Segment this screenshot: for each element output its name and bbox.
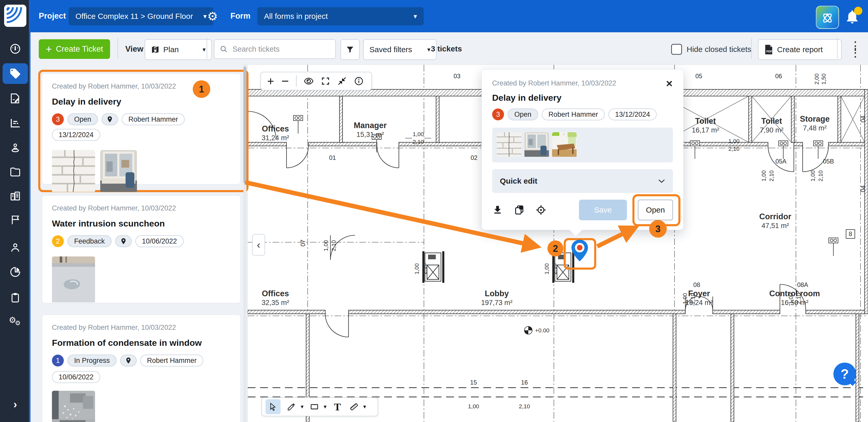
sidebar-item-projects[interactable] [0,189,30,203]
ticket-card[interactable]: Created by Robert Hammer, 10/03/2022 For… [42,315,241,422]
project-settings-gear-icon[interactable]: ⚙ [207,9,218,23]
photo-thumbnail-meeting-room[interactable] [552,132,577,158]
eye-icon [304,76,314,86]
text-tool-button[interactable]: T [332,399,343,414]
sidebar-item-tickets[interactable] [3,63,28,84]
hide-closed-checkbox[interactable] [671,44,682,55]
room-name: Control room [769,289,820,298]
create-ticket-button[interactable]: + Create Ticket [39,39,110,59]
view-mode-dropdown[interactable]: Plan ▾ [145,39,212,60]
location-pill[interactable] [115,235,132,247]
fullscreen-button[interactable] [321,76,330,86]
due-date-pill[interactable]: 10/06/2022 [52,371,100,383]
sidebar-item-settings[interactable]: ⚙ ⚙ [0,315,30,328]
status-pill[interactable]: In Progress [67,355,117,366]
fit-view-button[interactable] [337,76,347,86]
visibility-button[interactable] [304,76,314,86]
zoom-in-button[interactable]: + [267,75,274,87]
create-report-button[interactable]: PDF Create report [758,39,842,60]
photo-thumbnail-office-window[interactable] [100,150,137,193]
quick-edit-accordion[interactable]: Quick edit [492,169,673,193]
select-tool-button[interactable] [266,399,281,414]
sidebar-item-flags[interactable] [0,213,30,227]
app-switcher-button[interactable] [816,6,839,29]
download-button[interactable] [492,204,503,216]
status-pill[interactable]: Open [67,113,98,125]
info-button[interactable] [354,76,364,86]
project-dropdown[interactable]: Office Complex 11 > Ground Floor ▾ [69,7,213,25]
pen-tool-caret[interactable]: ▾ [301,403,304,410]
sidebar-item-site-presence[interactable] [0,141,30,155]
photo-thumbnail-office-window[interactable] [524,132,549,158]
measure-tool-caret[interactable]: ▾ [363,403,366,410]
shape-tool-button[interactable] [309,399,320,414]
help-button[interactable]: ? [833,363,856,385]
location-pin-icon [120,237,127,245]
sidebar-item-contacts[interactable] [0,241,30,254]
open-button[interactable]: Open [638,200,673,220]
saved-filters-dropdown[interactable]: Saved filters ▾ [363,39,437,60]
photo-thumbnail-water[interactable] [52,256,95,303]
divider [296,75,297,87]
more-options-button[interactable]: ⋮⋮ [849,42,861,56]
assignee-pill[interactable]: Robert Hammer [140,355,203,366]
ticket-created: Created by Robert Hammer, 10/03/2022 [52,324,231,332]
svg-text:1,00: 1,00 [682,293,688,304]
popup-title: Delay in delivery [492,93,673,103]
photo-thumbnail-condensate[interactable] [52,391,95,422]
ticket-title: Delay in delivery [52,97,231,107]
sidebar-item-documents[interactable] [0,165,30,179]
sidebar-item-reports[interactable] [0,265,30,279]
close-icon[interactable]: ✕ [666,79,673,88]
ruler-icon [349,402,359,412]
filter-button[interactable] [340,39,360,60]
axis-label: 06 [775,72,782,79]
due-date-pill[interactable]: 13/12/2024 [52,129,100,141]
sidebar-expand[interactable]: › [0,398,30,411]
svg-text:1,00: 1,00 [468,403,479,410]
collapse-panel-button[interactable]: ‹ [252,234,265,256]
due-date-pill[interactable]: 13/12/2024 [609,108,657,120]
duplicate-button[interactable] [514,204,525,216]
ticket-created: Created by Robert Hammer, 10/03/2022 [52,204,231,212]
ticket-card[interactable]: Created by Robert Hammer, 10/03/2022 Wat… [42,195,241,303]
photo-thumbnail-brick[interactable] [497,132,521,158]
sidebar-item-statistics[interactable] [0,116,30,130]
room-name: Offices [262,124,289,133]
status-pill[interactable]: Open [507,108,538,120]
measure-tool-button[interactable] [348,399,360,414]
rectangle-icon [310,402,319,411]
notifications-button[interactable] [844,9,860,26]
location-pill[interactable] [101,113,118,125]
form-dropdown[interactable]: All forms in project ▾ [257,7,424,25]
sidebar-item-plans-approval[interactable] [0,92,30,105]
axis-label: 16 [521,379,528,386]
planradar-logo-icon [6,7,24,25]
flag-icon [9,214,21,226]
folder-icon [9,166,21,178]
assignee-pill[interactable]: Robert Hammer [542,108,605,120]
chevron-down-icon [658,179,665,183]
zoom-out-button[interactable]: − [281,75,289,88]
quick-edit-label: Quick edit [500,177,537,186]
shape-tool-caret[interactable]: ▾ [324,403,327,410]
locate-on-plan-button[interactable] [535,204,547,216]
pen-tool-button[interactable] [286,399,297,414]
assignee-pill[interactable]: Robert Hammer [122,113,185,125]
search-input[interactable] [232,45,326,54]
sidebar-item-dashboard[interactable] [0,42,30,56]
filter-funnel-icon [346,45,354,54]
map-controls: + − [260,72,372,90]
app-logo[interactable] [4,5,26,27]
sidebar-item-tasks[interactable] [0,291,30,304]
save-button[interactable]: Save [579,200,627,220]
photo-thumbnail-brick[interactable] [52,150,95,193]
status-pill[interactable]: Feedback [67,235,112,247]
create-report-label: Create report [777,45,823,54]
list-scrollbar-thumb[interactable] [243,67,246,183]
chevron-down-icon: ▾ [413,12,417,21]
ticket-card[interactable]: Created by Robert Hammer, 10/03/2022 Del… [42,73,241,185]
location-pill[interactable] [120,355,137,366]
due-date-pill[interactable]: 10/06/2022 [135,235,184,247]
siteview-icon [819,9,835,25]
